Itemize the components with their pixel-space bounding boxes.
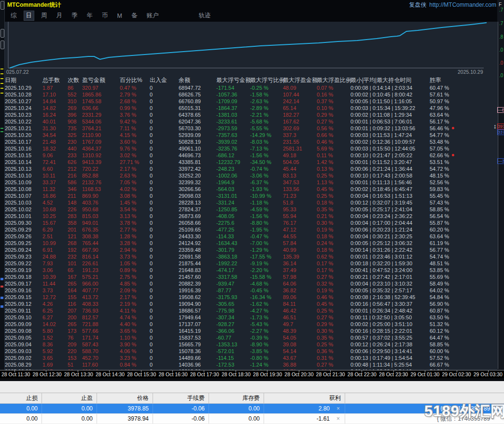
title-bar[interactable]: MTCommander统计 复盘侠http://MTCommander.com: [4, 0, 497, 10]
take-profit-value: 0.00: [42, 404, 97, 413]
table-row[interactable]: 2025.10.07 16.86 211 869.90 3.08 % 0 290…: [0, 192, 504, 199]
table-row[interactable]: 2025.10.27 14.84 310 1745.58 2.68 % 0 66…: [0, 98, 504, 105]
table-row[interactable]: 2025.10.02 10.68 226 950.68 3.54 % 0 278…: [0, 206, 504, 213]
menu-item-M[interactable]: M: [115, 12, 124, 20]
brand-name: 复盘侠: [409, 1, 426, 8]
col-header-max-fp-pct: 最大浮盈比例: [317, 76, 351, 84]
table-row[interactable]: 2025.10.28 17.10 552 1865.86 2.79 % 0 68…: [0, 91, 504, 98]
col-header-take-profit: 止盈: [42, 393, 97, 403]
table-row[interactable]: 2025.09.04 8.36 209 587.43 3.90 % 0 1566…: [0, 341, 504, 348]
table-row[interactable]: 2025.09.05 1.52 76 171.74 1.10 % 0 15837…: [0, 334, 504, 341]
time-axis-label: 28 Oct 17:30: [190, 370, 219, 378]
time-axis-label: 29 Oct 01:30: [410, 370, 439, 378]
clipped-price-tag: —B: [497, 107, 504, 113]
menu-item-月[interactable]: 月: [55, 11, 65, 20]
commission-value: -0.06: [153, 414, 209, 424]
table-row[interactable]: 2025.10.17 21.48 230 1767.09 3.60 % 0 50…: [0, 138, 504, 145]
right-edge-strip: F .7.7.8.0.0.0 —B397337—3: [497, 0, 504, 370]
menu-item-日[interactable]: 日: [24, 11, 34, 20]
scrollbar-line[interactable]: [498, 22, 498, 369]
menu-item-币[interactable]: 币: [100, 11, 110, 20]
table-row[interactable]: 2025.09.16 3.73 164 407.77 2.09 % 0 1991…: [0, 287, 504, 294]
resize-cursor-icon: ↕: [493, 123, 497, 130]
window-title: MTCommander统计: [7, 0, 61, 10]
time-axis-label: 28 Oct 11:30: [1, 370, 30, 378]
table-row[interactable]: 2025.09.30 15.67 358 949.01 3.78 % 0 260…: [0, 219, 504, 226]
col-header-pnl: 盈亏金额: [82, 76, 105, 84]
table-row[interactable]: 2025.09.11 6.25 207 736.93 4.11 % 0 1868…: [0, 307, 504, 314]
table-row[interactable]: 2025.09.09 14.02 265 721.88 4.40 % 0 171…: [0, 321, 504, 328]
menu-item-季[interactable]: 季: [70, 11, 80, 20]
col-header-max-dd-pct: 最大浮亏比例: [250, 76, 285, 84]
table-row[interactable]: 2025.09.17 11.44 265 966.00 4.85 % 0 208…: [0, 280, 504, 287]
menu-item-周[interactable]: 周: [39, 11, 49, 20]
table-row[interactable]: 2025.09.19 3.06 65 191.23 0.89 % 0 21648…: [0, 267, 504, 274]
table-row[interactable]: 2025.10.15 9.06 233 1310.92 3.02 % 0 446…: [0, 152, 504, 159]
table-row[interactable]: 2025.09.10 6.27 200 812.57 4.74 % 0 1794…: [0, 314, 504, 321]
table-row[interactable]: 2025.10.22 40.01 908 5344.06 9.42 % 0 62…: [0, 118, 504, 125]
toolbar-button-icon[interactable]: [0, 1, 4, 10]
time-axis-label: 28 Oct 18:30: [222, 370, 251, 378]
panel-blank-band: [0, 381, 504, 393]
menu-item-综[interactable]: 综: [9, 11, 19, 20]
chart-start-date-label: 025.07.22: [6, 69, 29, 75]
table-row[interactable]: 2025.08.29 1.69 51 117.60 0.84 % 0 14036…: [0, 361, 504, 368]
yellow-tick: [0, 73, 3, 74]
time-axis-label: 28 Oct 16:30: [158, 370, 187, 378]
col-header-percent: 百分比%: [120, 76, 142, 84]
table-row[interactable]: 2025.10.21 31.30 735 3764.21 7.11 % 0 56…: [0, 125, 504, 132]
left-edge-toolbar-strip: [0, 0, 5, 378]
table-row[interactable]: 2025.09.24 6.91 192 667.90 2.94 % 0 2335…: [0, 246, 504, 253]
close-order-icon[interactable]: ×: [336, 404, 340, 413]
table-row[interactable]: 2025.10.13 6.60 212 720.22 2.17 % 0 3397…: [0, 165, 504, 172]
table-row[interactable]: 2025.10.01 10.25 283 815.03 3.13 % 0 268…: [0, 213, 504, 219]
brand-url[interactable]: http://MTCommander.com: [429, 1, 496, 8]
clipped-price-tag: 397: [497, 123, 504, 129]
table-row[interactable]: 2025.09.08 5.80 173 577.66 3.65 % 0 1641…: [0, 328, 504, 334]
menu-item-年[interactable]: 年: [85, 11, 95, 20]
brand-link[interactable]: 复盘侠http://MTCommander.com: [409, 0, 496, 10]
equity-curve: [10, 23, 487, 68]
clipped-price-tag: 337: [497, 129, 504, 135]
table-row[interactable]: 2025.09.12 4.26 116 408.33 2.19 % 0 1909…: [0, 301, 504, 307]
table-row[interactable]: 2025.10.20 34.54 325 2110.90 4.15 % 0 52…: [0, 132, 504, 138]
table-row[interactable]: 2025.10.29 1.87 86 320.97 0.47 % 0 68947…: [0, 84, 504, 91]
menu-item-账户[interactable]: 账户: [144, 11, 160, 20]
table-row[interactable]: 2025.09.15 12.72 155 413.72 2.17 % 0 195…: [0, 294, 504, 301]
close-order-icon[interactable]: ×: [336, 414, 340, 424]
col-header-swap: 库存费: [209, 393, 264, 403]
profit-value: -1.61: [317, 414, 330, 424]
time-axis-label: 28 Oct 15:30: [127, 370, 156, 378]
table-row[interactable]: 2025.09.29 6.29 201 676.35 2.77 % 0 2510…: [0, 226, 504, 233]
toolbar-button-icon[interactable]: [0, 29, 4, 38]
time-axis-label: 28 Oct 14:30: [96, 370, 125, 378]
clipped-price-label: .7: [499, 8, 503, 13]
table-row[interactable]: 2025.10.10 10.11 216 852.88 2.63 % 0 332…: [0, 172, 504, 179]
table-row[interactable]: 2025.09.02 3.65 153 452.70 3.23 % 0 1448…: [0, 355, 504, 361]
equity-chart[interactable]: 025.07.22 2025.10.29: [0, 22, 504, 76]
yellow-tick: [0, 68, 3, 69]
toolbar-button-icon[interactable]: [0, 41, 4, 49]
menu-item-轨迹[interactable]: 轨迹: [196, 11, 212, 20]
table-row[interactable]: 2025.09.25 10.99 268 765.44 3.28 % 0 241…: [0, 240, 504, 246]
col-header-max-dd: 最大浮亏金额: [216, 76, 251, 84]
time-axis-label: 29 Oct 02:30: [442, 370, 471, 378]
clipped-price-label: .0: [499, 61, 503, 66]
table-row[interactable]: 2025.09.22 7.93 101 226.61 1.05 % 0 2187…: [0, 260, 504, 267]
mtcommander-stats-window: MTCommander统计 复盘侠http://MTCommander.com …: [0, 0, 504, 424]
site-watermark: 5189外汇网: [424, 401, 504, 422]
table-row[interactable]: 2025.10.03 4.52 148 403.76 1.45 % 0 2822…: [0, 199, 504, 206]
table-row[interactable]: 2025.09.18 10.39 167 575.21 2.75 % 0 214…: [0, 274, 504, 280]
table-row[interactable]: 2025.10.09 33.37 586 2132.76 7.05 % 0 32…: [0, 179, 504, 186]
menu-bar: 综日周月季年币M备账户轨迹: [4, 10, 497, 22]
col-header-trades: 次数: [68, 76, 79, 84]
table-row[interactable]: 2025.10.16 18.32 440 4364.37 9.76 % 0 49…: [0, 145, 504, 152]
table-row[interactable]: 2025.09.26 2.51 121 308.38 1.28 % 0 2443…: [0, 233, 504, 240]
table-row[interactable]: 2025.09.03 5.92 220 588.70 4.06 % 0 1507…: [0, 348, 504, 355]
table-row[interactable]: 2025.10.23 16.24 396 2331.29 3.76 % 0 64…: [0, 111, 504, 118]
table-row[interactable]: 2025.10.14 72.41 626 9413.39 27.71 % 0 4…: [0, 159, 504, 165]
table-row[interactable]: 2025.10.08 11.32 346 1168.53 4.02 % 0 30…: [0, 186, 504, 192]
table-row[interactable]: 2025.09.23 24.88 232 816.14 3.73 % 0 226…: [0, 253, 504, 260]
table-row[interactable]: 2025.10.24 14.82 269 636.66 0.99 % 0 650…: [0, 105, 504, 111]
menu-item-备[interactable]: 备: [129, 11, 140, 20]
